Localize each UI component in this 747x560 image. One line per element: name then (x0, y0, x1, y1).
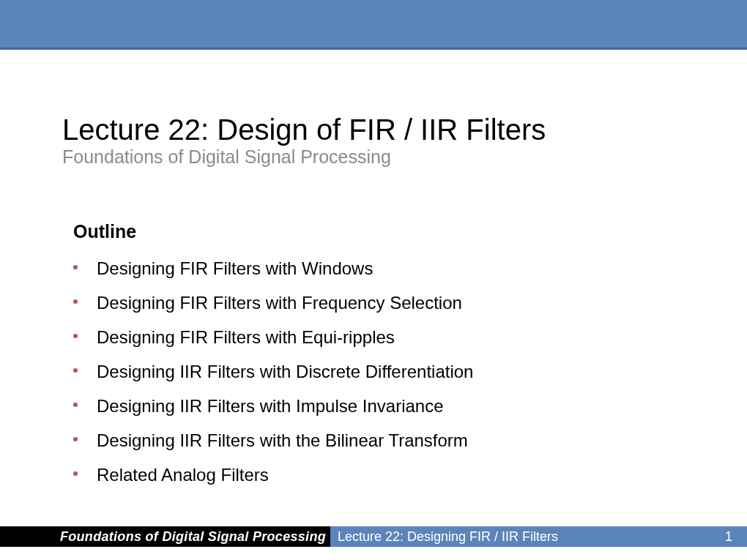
list-item-text: Designing FIR Filters with Frequency Sel… (97, 293, 462, 313)
footer: Foundations of Digital Signal Processing… (0, 526, 747, 547)
list-item: Related Analog Filters (73, 465, 601, 485)
list-item: Designing IIR Filters with Impulse Invar… (73, 396, 601, 417)
slide-title: Lecture 22: Design of FIR / IIR Filters (62, 113, 546, 146)
list-item-text: Designing IIR Filters with Discrete Diff… (97, 362, 473, 381)
footer-lecture: Lecture 22: Designing FIR / IIR Filters (330, 526, 710, 547)
bullet-icon (73, 368, 78, 373)
list-item: Designing FIR Filters with Frequency Sel… (73, 293, 601, 313)
outline-heading: Outline (73, 221, 601, 242)
outline-block: Outline Designing FIR Filters with Windo… (73, 221, 601, 499)
list-item-text: Designing IIR Filters with Impulse Invar… (97, 396, 444, 416)
list-item-text: Designing FIR Filters with Windows (97, 258, 373, 278)
top-band (0, 0, 747, 50)
outline-list: Designing FIR Filters with Windows Desig… (73, 258, 601, 485)
footer-page-number: 1 (710, 526, 747, 547)
bullet-icon (73, 437, 78, 441)
list-item: Designing FIR Filters with Windows (73, 258, 601, 279)
bullet-icon (73, 265, 78, 269)
slide: Lecture 22: Design of FIR / IIR Filters … (0, 0, 747, 560)
list-item: Designing IIR Filters with Discrete Diff… (73, 362, 601, 382)
list-item: Designing IIR Filters with the Bilinear … (73, 430, 601, 451)
bullet-icon (73, 403, 78, 407)
list-item-text: Related Analog Filters (97, 465, 269, 485)
bullet-icon (73, 334, 78, 338)
bullet-icon (73, 471, 78, 476)
list-item-text: Designing IIR Filters with the Bilinear … (97, 430, 468, 450)
bullet-icon (73, 299, 78, 304)
footer-course: Foundations of Digital Signal Processing (0, 529, 326, 545)
slide-subtitle: Foundations of Digital Signal Processing (62, 146, 391, 168)
list-item: Designing FIR Filters with Equi-ripples (73, 327, 601, 348)
list-item-text: Designing FIR Filters with Equi-ripples (97, 327, 395, 347)
